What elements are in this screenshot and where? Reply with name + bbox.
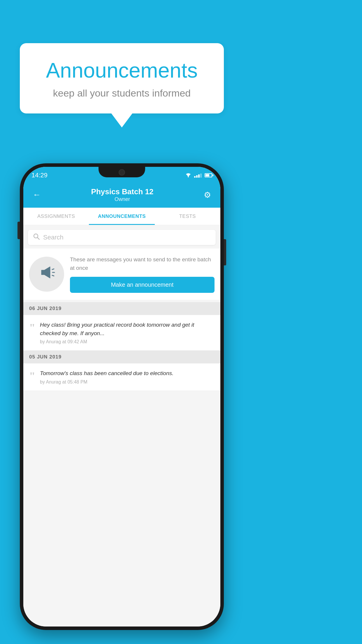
header-subtitle: Owner xyxy=(43,196,201,202)
status-time: 14:29 xyxy=(31,172,48,179)
megaphone-icon xyxy=(38,264,55,285)
date-divider-2: 05 JUN 2019 xyxy=(23,351,220,363)
bubble-title: Announcements xyxy=(37,58,206,82)
announcement-meta-1: by Anurag at 09:42 AM xyxy=(40,339,215,344)
phone-screen: 14:29 xyxy=(23,167,220,626)
phone-volume-button xyxy=(17,222,20,239)
back-button[interactable]: ← xyxy=(30,188,43,202)
svg-line-2 xyxy=(38,238,40,240)
tab-tests[interactable]: TESTS xyxy=(155,208,220,225)
svg-line-6 xyxy=(52,275,54,276)
announcement-content-1: Hey class! Bring your practical record b… xyxy=(40,321,215,344)
megaphone-circle xyxy=(29,257,64,292)
prompt-description: These are messages you want to send to t… xyxy=(70,256,215,272)
signal-icon xyxy=(194,173,202,178)
quote-icon-2: " xyxy=(29,370,35,382)
status-icons xyxy=(185,173,212,178)
svg-point-0 xyxy=(188,176,189,177)
settings-button[interactable]: ⚙ xyxy=(201,188,213,202)
search-bar[interactable]: Search xyxy=(28,230,216,245)
quote-icon-1: " xyxy=(29,322,35,333)
bubble-subtitle: keep all your students informed xyxy=(37,88,206,99)
phone-outer: 14:29 xyxy=(20,163,224,630)
announcement-text-2: Tomorrow's class has been cancelled due … xyxy=(40,369,215,378)
svg-line-4 xyxy=(52,269,54,270)
content-area: Search xyxy=(23,225,220,626)
prompt-right: These are messages you want to send to t… xyxy=(70,256,215,293)
app-header: ← Physics Batch 12 Owner ⚙ xyxy=(23,182,220,208)
announcement-item-2[interactable]: " Tomorrow's class has been cancelled du… xyxy=(23,363,220,391)
announcement-prompt: These are messages you want to send to t… xyxy=(23,249,220,300)
svg-marker-3 xyxy=(41,267,50,278)
tab-assignments[interactable]: ASSIGNMENTS xyxy=(23,208,89,225)
wifi-icon xyxy=(185,173,191,178)
phone-content: 14:29 xyxy=(23,167,220,626)
announcement-item-1[interactable]: " Hey class! Bring your practical record… xyxy=(23,315,220,351)
tab-announcements[interactable]: ANNOUNCEMENTS xyxy=(89,208,154,225)
announcement-content-2: Tomorrow's class has been cancelled due … xyxy=(40,369,215,385)
speech-bubble-wrapper: Announcements keep all your students inf… xyxy=(20,43,224,127)
phone-camera xyxy=(119,169,125,176)
make-announcement-button[interactable]: Make an announcement xyxy=(70,277,215,293)
header-title-section: Physics Batch 12 Owner xyxy=(43,187,201,202)
search-icon xyxy=(33,233,40,242)
announcement-meta-2: by Anurag at 05:48 PM xyxy=(40,379,215,385)
search-placeholder: Search xyxy=(43,234,64,241)
tabs-container: ASSIGNMENTS ANNOUNCEMENTS TESTS xyxy=(23,208,220,225)
battery-icon xyxy=(205,173,212,177)
date-divider-1: 06 JUN 2019 xyxy=(23,302,220,315)
announcement-text-1: Hey class! Bring your practical record b… xyxy=(40,321,215,337)
phone-wrapper: 14:29 xyxy=(20,163,224,630)
speech-bubble-tail xyxy=(111,113,132,127)
speech-bubble-card: Announcements keep all your students inf… xyxy=(20,43,224,113)
header-title: Physics Batch 12 xyxy=(43,187,201,196)
phone-power-button xyxy=(224,239,226,265)
phone-notch xyxy=(99,167,145,177)
